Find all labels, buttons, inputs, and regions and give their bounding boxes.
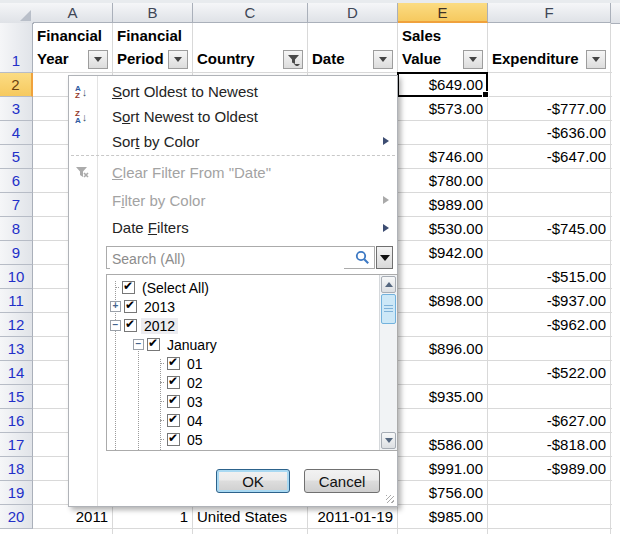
tree-item-2013[interactable]: +2013 xyxy=(107,297,178,316)
scroll-up-button[interactable] xyxy=(381,276,396,293)
cell-expenditure[interactable]: -$515.00 xyxy=(488,265,611,289)
select-all-corner[interactable] xyxy=(0,3,34,24)
checkbox-01[interactable] xyxy=(167,357,180,370)
filter-button-expenditure[interactable] xyxy=(586,50,606,69)
cell-expenditure[interactable]: -$522.00 xyxy=(488,361,611,385)
row-header-3[interactable]: 3 xyxy=(0,97,33,121)
column-header-e[interactable]: E xyxy=(398,3,488,23)
row-header-7[interactable]: 7 xyxy=(0,193,33,217)
collapse-minus-icon[interactable]: − xyxy=(110,320,121,331)
resize-grip[interactable] xyxy=(386,495,394,503)
row-header-9[interactable]: 9 xyxy=(0,241,33,265)
cell-sales-value[interactable]: $935.00 xyxy=(398,385,488,409)
tree-scrollbar[interactable] xyxy=(379,275,397,450)
checkbox-(Select All)[interactable] xyxy=(122,281,135,294)
cell-country[interactable]: United States xyxy=(193,505,308,529)
filter-button-financial-period[interactable] xyxy=(168,50,188,69)
cancel-button[interactable]: Cancel xyxy=(304,469,380,493)
cell-financial-period[interactable]: 1 xyxy=(113,505,193,529)
expand-plus-icon[interactable]: + xyxy=(110,301,121,312)
tree-item-04[interactable]: 04 xyxy=(107,411,206,430)
row-header-8[interactable]: 8 xyxy=(0,217,33,241)
row-header-6[interactable]: 6 xyxy=(0,169,33,193)
row-header-4[interactable]: 4 xyxy=(0,121,33,145)
row-header-10[interactable]: 10 xyxy=(0,265,33,289)
menu-item-sort-by-color[interactable]: Sort by Color xyxy=(69,129,397,153)
cell-sales-value[interactable]: $896.00 xyxy=(398,337,488,361)
row-header-16[interactable]: 16 xyxy=(0,409,33,433)
menu-item-sort-oldest-to-newest[interactable]: AZ↓Sort Oldest to Newest xyxy=(69,79,397,104)
cell-expenditure[interactable]: -$818.00 xyxy=(488,433,611,457)
collapse-minus-icon[interactable]: − xyxy=(133,339,144,350)
submenu-arrow-icon xyxy=(383,196,389,204)
menu-item-filter-by-color[interactable]: Filter by Color xyxy=(69,186,397,214)
cell-sales-value[interactable]: $985.00 xyxy=(398,505,488,529)
checkbox-05[interactable] xyxy=(167,433,180,446)
checkbox-2012[interactable] xyxy=(124,319,137,332)
cell-expenditure[interactable]: -$636.00 xyxy=(488,121,611,145)
cell-sales-value[interactable]: $746.00 xyxy=(398,145,488,169)
cell-expenditure[interactable]: -$745.00 xyxy=(488,217,611,241)
filter-button-sales-value[interactable] xyxy=(463,50,483,69)
row-header-12[interactable]: 12 xyxy=(0,313,33,337)
column-header-f[interactable]: F xyxy=(488,3,611,23)
row-header-11[interactable]: 11 xyxy=(0,289,33,313)
cell-financial-year[interactable]: 2011 xyxy=(33,505,113,529)
cell-date[interactable]: 2011-01-19 xyxy=(308,505,398,529)
cell-sales-value[interactable]: $989.00 xyxy=(398,193,488,217)
cell-expenditure[interactable]: -$647.00 xyxy=(488,145,611,169)
column-header-b[interactable]: B xyxy=(113,3,193,23)
checkbox-2013[interactable] xyxy=(124,300,137,313)
row-header-19[interactable]: 19 xyxy=(0,481,33,505)
row-header-5[interactable]: 5 xyxy=(0,145,33,169)
row-header-15[interactable]: 15 xyxy=(0,385,33,409)
menu-item-clear-filter-from-date[interactable]: Clear Filter From "Date" xyxy=(69,158,397,186)
row-header-2[interactable]: 2 xyxy=(0,73,33,97)
cell-sales-value[interactable]: $991.00 xyxy=(398,457,488,481)
tree-item-01[interactable]: 01 xyxy=(107,354,206,373)
cell-sales-value[interactable]: $530.00 xyxy=(398,217,488,241)
ok-button[interactable]: OK xyxy=(216,469,290,493)
menu-item-sort-newest-to-oldest[interactable]: ZA↓Sort Newest to Oldest xyxy=(69,104,397,129)
tree-item-partial[interactable] xyxy=(107,449,184,451)
checkbox-January[interactable] xyxy=(147,338,160,351)
search-input[interactable] xyxy=(110,248,344,269)
row-header-13[interactable]: 13 xyxy=(0,337,33,361)
tree-item-2012[interactable]: −2012 xyxy=(107,316,178,335)
row-header-14[interactable]: 14 xyxy=(0,361,33,385)
menu-item-date-filters[interactable]: Date Filters xyxy=(69,214,397,241)
tree-item-03[interactable]: 03 xyxy=(107,392,206,411)
tree-item-january[interactable]: −January xyxy=(107,335,220,354)
search-box[interactable] xyxy=(106,246,375,269)
row-header-18[interactable]: 18 xyxy=(0,457,33,481)
cell-sales-value[interactable]: $780.00 xyxy=(398,169,488,193)
cell-expenditure[interactable]: -$962.00 xyxy=(488,313,611,337)
row-header-17[interactable]: 17 xyxy=(0,433,33,457)
checkbox-04[interactable] xyxy=(167,414,180,427)
cell-expenditure[interactable]: -$937.00 xyxy=(488,289,611,313)
filter-button-country[interactable] xyxy=(283,50,303,69)
cell-sales-value[interactable]: $756.00 xyxy=(398,481,488,505)
search-scope-dropdown-button[interactable] xyxy=(376,246,393,269)
tree-item-05[interactable]: 05 xyxy=(107,430,206,449)
filter-button-financial-year[interactable] xyxy=(88,50,108,69)
cell-expenditure[interactable]: -$777.00 xyxy=(488,97,611,121)
column-header-d[interactable]: D xyxy=(308,3,398,23)
tree-item-select-all[interactable]: (Select All) xyxy=(107,278,212,297)
row-header-1[interactable]: 1 xyxy=(0,23,33,73)
cell-expenditure[interactable]: -$989.00 xyxy=(488,457,611,481)
scroll-down-button[interactable] xyxy=(381,432,396,449)
column-header-a[interactable]: A xyxy=(33,3,113,23)
checkbox-02[interactable] xyxy=(167,376,180,389)
scrollbar-thumb[interactable] xyxy=(381,294,396,324)
cell-sales-value[interactable]: $586.00 xyxy=(398,433,488,457)
row-header-20[interactable]: 20 xyxy=(0,505,33,529)
cell-sales-value[interactable]: $573.00 xyxy=(398,97,488,121)
cell-expenditure[interactable]: -$627.00 xyxy=(488,409,611,433)
column-header-c[interactable]: C xyxy=(193,3,308,23)
fill-handle[interactable] xyxy=(482,91,489,98)
tree-item-02[interactable]: 02 xyxy=(107,373,206,392)
filter-button-date[interactable] xyxy=(373,50,393,69)
cell-sales-value[interactable]: $898.00 xyxy=(398,289,488,313)
checkbox-03[interactable] xyxy=(167,395,180,408)
